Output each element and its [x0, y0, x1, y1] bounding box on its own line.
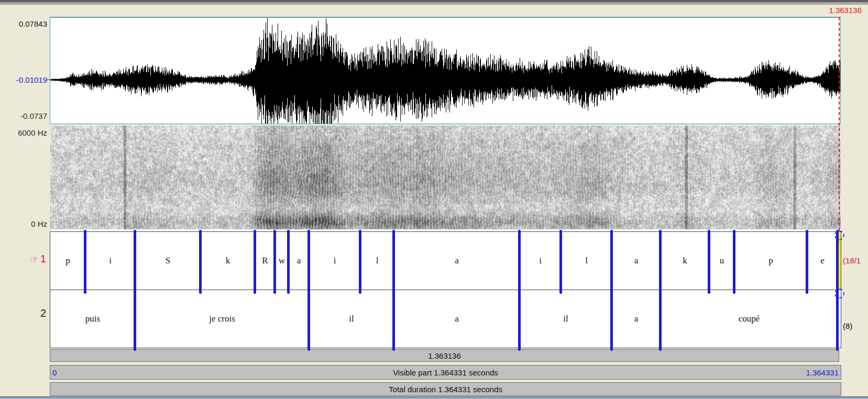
pointing-hand-icon: ☞ — [30, 254, 38, 264]
total-duration-bar[interactable]: Total duration 1.364331 seconds — [50, 382, 841, 396]
tier1-boundary[interactable] — [307, 230, 310, 294]
interval-label: a — [634, 314, 639, 324]
tier1-boundary[interactable] — [254, 230, 256, 294]
waveform-canvas[interactable] — [50, 18, 840, 124]
tier2-interval[interactable]: coupé — [661, 290, 838, 348]
interval-label: i — [539, 256, 542, 266]
tier1-interval[interactable]: a — [394, 232, 520, 290]
interval-label: a — [634, 256, 639, 266]
selection-time-bar[interactable]: 1.363136 — [50, 349, 839, 362]
tier1-boundary[interactable] — [134, 230, 136, 294]
tier2-interval[interactable]: puis — [50, 290, 135, 348]
interval-label: l — [376, 256, 379, 266]
cursor-line[interactable] — [839, 17, 840, 231]
interval-label: p — [65, 256, 70, 266]
tier1-interval-counter: (18/1 — [843, 256, 861, 265]
tier2-label[interactable]: 2 — [0, 307, 46, 319]
tier2-interval[interactable]: il — [309, 290, 394, 348]
tier1-boundary[interactable] — [559, 230, 562, 294]
tier1-interval[interactable]: i — [85, 232, 135, 290]
spectrogram-box[interactable] — [50, 126, 841, 229]
interval-label: a — [455, 256, 459, 266]
interval-label: w — [279, 256, 285, 266]
tier1-boundary[interactable] — [659, 230, 662, 294]
tier1-number: 1 — [40, 253, 46, 264]
interval-label: p — [768, 256, 773, 266]
tier1-label[interactable]: ☞1 — [0, 253, 46, 265]
tier1-interval[interactable]: S — [135, 232, 201, 290]
tier1-boundary[interactable] — [733, 230, 735, 294]
textgrid-tiers: piSkRwailailakupe puisje croisilailacoup… — [50, 231, 841, 348]
tier1-interval[interactable]: p — [734, 232, 807, 290]
interval-label: i — [109, 256, 112, 266]
tier1-boundary[interactable] — [199, 230, 202, 294]
interval-label: coupé — [739, 314, 760, 324]
interval-label: u — [720, 256, 724, 266]
tier2-boundary[interactable] — [307, 289, 310, 351]
waveform-max-label: 0.07843 — [0, 19, 47, 28]
tier1-interval[interactable]: a — [612, 232, 661, 290]
tier2-boundary[interactable] — [659, 289, 662, 351]
interval-label: a — [297, 256, 301, 266]
window-bottom-edge — [0, 396, 868, 399]
tier1-interval[interactable]: k — [201, 232, 255, 290]
tier2-boundary[interactable] — [392, 289, 395, 351]
cursor-time-label: 1.363136 — [829, 6, 862, 15]
tier2-interval-counter: (8) — [843, 322, 852, 330]
tier1-interval[interactable]: l — [561, 232, 612, 290]
tier-words[interactable]: puisje croisilailacoupé — [50, 290, 841, 348]
waveform-min-label: -0.0737 — [0, 112, 47, 120]
tier1-interval[interactable]: i — [520, 232, 561, 290]
tier1-boundary[interactable] — [708, 230, 710, 294]
tier1-interval[interactable]: e — [807, 232, 838, 290]
window-top-edge — [0, 0, 868, 5]
tier1-interval[interactable]: p — [50, 232, 85, 290]
spectrogram-canvas[interactable] — [50, 126, 841, 229]
tier2-boundary[interactable] — [518, 289, 521, 351]
tier1-interval[interactable]: k — [661, 232, 709, 290]
tier1-interval[interactable]: u — [709, 232, 734, 290]
selection-time-text: 1.363136 — [50, 351, 839, 360]
waveform-cursor-tick — [47, 79, 51, 80]
tier1-interval[interactable]: i — [309, 232, 360, 290]
tier2-number: 2 — [40, 307, 46, 319]
tier-phonemes[interactable]: piSkRwailailakupe — [50, 232, 841, 290]
tier1-boundary[interactable] — [518, 230, 521, 294]
boundary-handle-bottom[interactable] — [834, 289, 844, 298]
visible-start-text: 0 — [52, 368, 57, 377]
tier2-interval[interactable]: a — [394, 290, 520, 348]
praat-editor-panel: 1.363136 0.07843 -0.01019 -0.0737 6000 H… — [0, 0, 868, 399]
tier1-boundary[interactable] — [806, 230, 808, 294]
total-duration-text: Total duration 1.364331 seconds — [50, 385, 841, 394]
tier1-boundary[interactable] — [392, 230, 395, 294]
boundary-handle-top[interactable] — [834, 230, 844, 240]
interval-label: il — [563, 314, 568, 324]
tier2-interval[interactable]: je crois — [135, 290, 309, 348]
visible-part-text: Visible part 1.364331 seconds — [50, 368, 841, 377]
visible-end-text: 1.364331 — [806, 368, 839, 377]
spectrogram-bottom-label: 0 Hz — [0, 219, 47, 228]
tier2-interval[interactable]: il — [520, 290, 612, 348]
tier1-interval[interactable]: a — [289, 232, 309, 290]
waveform-cursor-value-label: -0.01019 — [0, 75, 47, 84]
tier2-interval[interactable]: a — [612, 290, 661, 348]
interval-label: e — [820, 256, 825, 266]
tier1-boundary[interactable] — [287, 230, 290, 294]
tier1-boundary[interactable] — [610, 230, 613, 294]
tier1-interval[interactable]: R — [255, 232, 275, 290]
tier1-boundary[interactable] — [359, 230, 361, 294]
interval-label: R — [262, 256, 268, 266]
interval-label: k — [683, 256, 687, 266]
selected-boundary-highlight[interactable] — [839, 232, 841, 290]
tier1-boundary[interactable] — [273, 230, 276, 294]
tier1-interval[interactable]: l — [360, 232, 394, 290]
tier2-boundary[interactable] — [610, 289, 613, 351]
tier2-boundary[interactable] — [134, 289, 136, 351]
interval-label: S — [166, 256, 170, 266]
interval-label: je crois — [209, 314, 235, 324]
visible-part-bar[interactable]: 0 Visible part 1.364331 seconds 1.364331 — [50, 365, 841, 380]
interval-label: il — [349, 314, 354, 324]
tier1-boundary[interactable] — [84, 230, 86, 294]
waveform-box[interactable] — [50, 17, 841, 124]
interval-label: puis — [85, 314, 100, 324]
